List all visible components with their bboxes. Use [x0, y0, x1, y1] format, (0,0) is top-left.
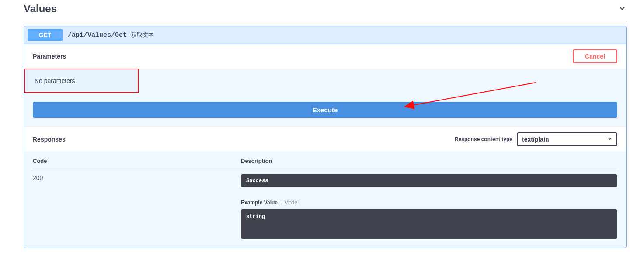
tab-model[interactable]: Model	[284, 200, 299, 206]
execute-button[interactable]: Execute	[33, 102, 617, 118]
response-content-type: Response content type text/plain	[455, 132, 617, 146]
response-code: 200	[33, 174, 241, 239]
code-column-header: Code	[33, 158, 241, 164]
description-column-header: Description	[241, 158, 617, 164]
http-method-badge: GET	[28, 29, 63, 41]
responses-title: Responses	[33, 136, 66, 143]
example-value-box: string	[241, 209, 617, 239]
tag-title: Values	[24, 3, 57, 15]
responses-table-header: Code Description	[33, 158, 617, 168]
content-type-label: Response content type	[455, 136, 512, 142]
example-tabs: Example Value|Model	[241, 200, 617, 206]
responses-header: Responses Response content type text/pla…	[24, 127, 626, 152]
operation-summary[interactable]: GET /api/Values/Get 获取文本	[24, 26, 626, 44]
tab-example-value[interactable]: Example Value	[241, 200, 278, 206]
content-type-select[interactable]: text/plain	[517, 132, 617, 146]
parameters-body: No parameters	[24, 69, 626, 93]
operation-block: GET /api/Values/Get 获取文本 Parameters Canc…	[24, 26, 627, 248]
cancel-button[interactable]: Cancel	[573, 49, 617, 63]
operation-path: /api/Values/Get	[68, 31, 127, 39]
no-parameters-text: No parameters	[24, 69, 139, 93]
tag-header[interactable]: Values	[24, 0, 627, 21]
responses-table: Code Description 200 Success Example Val…	[24, 152, 626, 248]
parameters-header: Parameters Cancel	[24, 44, 626, 69]
execute-section: Execute	[24, 93, 626, 127]
response-description-box: Success	[241, 174, 617, 187]
operation-description: 获取文本	[131, 31, 154, 39]
chevron-down-icon	[618, 4, 627, 14]
tab-separator: |	[278, 200, 284, 206]
response-row: 200 Success Example Value|Model string	[33, 168, 617, 239]
parameters-title: Parameters	[33, 53, 66, 60]
response-detail: Success Example Value|Model string	[241, 174, 617, 239]
